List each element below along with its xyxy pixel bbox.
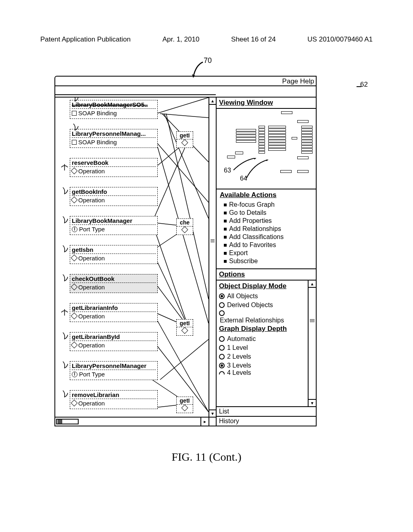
graph-horizontal-scrollbar[interactable]: ▸ <box>55 417 209 426</box>
pub-number: US 2010/0079460 A1 <box>307 35 373 44</box>
overview-block <box>259 140 265 142</box>
callout-64-arrow <box>246 160 274 180</box>
scrollbar-thumb[interactable] <box>310 319 315 325</box>
overview-block <box>301 140 313 142</box>
scrollbar-thumb[interactable] <box>56 419 79 424</box>
callout-63: 63 <box>224 167 231 174</box>
node-subtitle: SOAP Binding <box>72 110 156 116</box>
action-item[interactable]: Add to Favorites <box>224 241 313 249</box>
overview-block <box>236 129 256 131</box>
overview-block <box>292 137 297 139</box>
node-check-out-book-selected[interactable]: checkOutBook Operation <box>70 274 158 293</box>
node-title: getBookInfo <box>72 188 156 196</box>
pub-text: Patent Application Publication <box>40 35 131 44</box>
graph-canvas[interactable]: getI che getI getI LibraryBookMana <box>55 98 216 426</box>
node-title: getLibrarianInfo <box>72 304 156 312</box>
overview-block <box>236 140 256 143</box>
overview-block <box>281 111 292 114</box>
diamond-icon <box>71 341 78 348</box>
radio-1-level[interactable]: 1 Level <box>219 343 305 352</box>
svg-line-19 <box>160 339 209 380</box>
node-library-personnel-manag-soap[interactable]: LibraryPersonnelManag... SOAP Binding <box>70 129 158 148</box>
page-help-link[interactable]: Page Help <box>282 77 314 85</box>
tab-list[interactable]: List <box>217 406 316 416</box>
svg-line-0 <box>156 98 209 114</box>
cursor-icon <box>72 122 79 133</box>
node-small-title: getI <box>177 132 193 139</box>
overview-block <box>280 170 292 173</box>
action-item[interactable]: Add Relationships <box>224 225 313 233</box>
action-item[interactable]: Add Classifications <box>224 233 313 241</box>
diamond-icon <box>177 139 193 148</box>
node-subtitle: SOAP Binding <box>72 139 156 145</box>
node-get-book-info[interactable]: getBookInfo Operation <box>70 187 158 206</box>
cursor-icon <box>61 360 70 370</box>
chevron-right-icon: ▸ <box>204 419 206 424</box>
scroll-right-arrow[interactable]: ▸ <box>200 418 209 426</box>
overview-block <box>259 143 265 145</box>
diamond-icon <box>71 254 78 261</box>
node-library-book-manager-soap[interactable]: LibraryBookManagerSO5.. SOAP Binding <box>70 100 158 119</box>
action-item[interactable]: Add Properties <box>224 217 313 225</box>
overview-block <box>259 145 265 148</box>
node-small-get-4[interactable]: getI <box>176 397 193 413</box>
bullet-icon <box>224 236 227 239</box>
radio-all-objects[interactable]: All Objects <box>219 292 305 301</box>
overview-block <box>235 152 243 154</box>
overview-block <box>268 145 286 148</box>
radio-icon <box>219 293 225 299</box>
node-reserve-book[interactable]: reserveBook Operation <box>70 158 158 177</box>
scroll-down-arrow[interactable]: ▾ <box>309 399 316 406</box>
action-item[interactable]: Re-focus Graph <box>224 201 313 209</box>
radio-icon <box>219 310 225 316</box>
bullet-icon <box>224 260 227 263</box>
overview-block <box>259 151 265 154</box>
options-vertical-scrollbar[interactable]: ▴ ▾ <box>308 281 316 406</box>
radio-4-levels[interactable]: 4 Levels <box>219 370 305 376</box>
node-get-isbn[interactable]: getIsbn Operation <box>70 245 158 264</box>
graph-pane[interactable]: getI che getI getI LibraryBookMana <box>55 98 217 426</box>
node-small-get-1[interactable]: getI <box>176 131 193 148</box>
overview-block <box>301 131 313 134</box>
viewing-window[interactable]: 63 64 <box>217 109 316 189</box>
node-get-librarian-by-id[interactable]: getLibrarianById Operation <box>70 332 158 351</box>
svg-line-1 <box>160 114 209 118</box>
callout-62-leader <box>357 86 361 87</box>
radio-2-levels[interactable]: 2 Levels <box>219 352 305 361</box>
radio-3-levels[interactable]: 3 Levels <box>219 361 305 370</box>
square-icon <box>72 111 77 116</box>
action-item[interactable]: Go to Details <box>224 209 313 217</box>
action-item[interactable]: Subscribe <box>224 257 313 265</box>
node-small-che[interactable]: che <box>176 218 193 235</box>
scrollbar-thumb[interactable] <box>211 239 215 245</box>
radio-empty[interactable] <box>219 310 305 317</box>
diamond-icon <box>177 227 193 235</box>
radio-icon <box>219 354 225 360</box>
scroll-down-arrow[interactable]: ▾ <box>209 409 216 417</box>
sheet-count: Sheet 16 of 24 <box>231 35 276 44</box>
chevron-up-icon: ▴ <box>311 281 313 286</box>
scroll-up-arrow[interactable]: ▴ <box>309 281 316 288</box>
scroll-up-arrow[interactable]: ▴ <box>209 98 216 105</box>
graph-vertical-scrollbar[interactable]: ▴ ▾ <box>209 98 216 417</box>
node-library-book-manager-port[interactable]: LibraryBookManager IPort Type <box>70 216 158 235</box>
cursor-icon <box>61 331 70 341</box>
node-small-get-3[interactable]: getI <box>176 319 193 336</box>
node-remove-librarian[interactable]: removeLibrarian Operation <box>70 390 158 409</box>
overview-block <box>236 135 256 137</box>
node-title: LibraryPersonnelManager <box>72 362 156 370</box>
bullet-icon <box>224 244 227 247</box>
node-get-librarian-info[interactable]: getLibrarianInfo Operation <box>70 303 158 322</box>
radio-derived-objects[interactable]: Derived Objects <box>219 301 305 310</box>
node-small-title: getI <box>177 397 193 405</box>
overview-block <box>301 134 313 137</box>
node-subtitle: IPort Type <box>72 371 156 378</box>
tab-history[interactable]: History <box>217 416 316 426</box>
chevron-down-icon: ▾ <box>311 401 313 405</box>
cursor-icon <box>61 389 70 399</box>
node-library-personnel-manager-port[interactable]: LibraryPersonnelManager IPort Type <box>70 361 158 380</box>
radio-automatic[interactable]: Automatic <box>219 335 305 343</box>
diamond-icon <box>71 399 78 406</box>
side-panel: Viewing Window <box>217 98 316 426</box>
action-item[interactable]: Export <box>224 249 313 257</box>
